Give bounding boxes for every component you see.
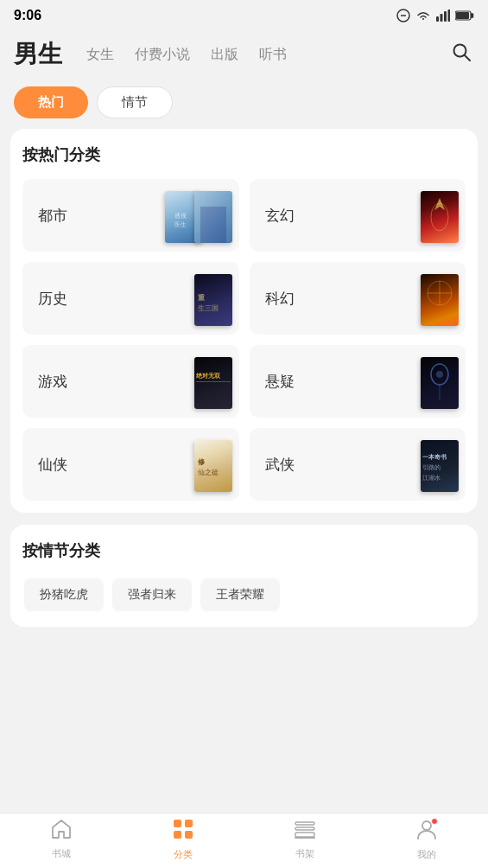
bottom-nav-mine[interactable]: 我的 — [366, 813, 488, 866]
bookshelf-icon — [294, 819, 316, 845]
bottom-nav-categories[interactable]: 分类 — [122, 813, 244, 866]
bottom-nav-bookshelf[interactable]: 书架 — [244, 814, 366, 865]
mine-icon — [415, 818, 438, 846]
category-label-xuanhuan: 玄幻 — [265, 206, 295, 226]
svg-text:江湖水: 江湖水 — [422, 475, 440, 481]
svg-text:生三国: 生三国 — [198, 304, 219, 312]
filter-tab-emotion[interactable]: 情节 — [97, 86, 173, 118]
home-label: 书城 — [52, 847, 71, 860]
emotion-tags: 扮猪吃虎 强者归来 王者荣耀 — [22, 575, 466, 615]
youxi-covers: 绝对无双 — [194, 347, 239, 416]
filter-tabs: 热门 情节 — [0, 80, 488, 129]
kehuan-covers — [421, 264, 466, 333]
category-grid: 都市 透视医生 玄幻 — [22, 179, 466, 501]
svg-rect-2 — [436, 16, 439, 22]
hot-categories-title: 按热门分类 — [22, 144, 466, 165]
main-content: 按热门分类 都市 透视医生 玄幻 — [0, 129, 488, 703]
svg-text:医生: 医生 — [174, 221, 187, 227]
category-xuyi[interactable]: 悬疑 — [250, 345, 466, 418]
nav-item-audio[interactable]: 听书 — [249, 46, 297, 64]
svg-rect-7 — [456, 12, 469, 19]
emotion-categories-section: 按情节分类 扮猪吃虎 强者归来 王者荣耀 — [10, 525, 478, 627]
svg-rect-31 — [185, 820, 193, 827]
hot-categories-section: 按热门分类 都市 透视医生 玄幻 — [10, 129, 478, 513]
battery-icon — [455, 10, 474, 21]
signal-icon — [436, 10, 450, 22]
categories-icon — [172, 818, 194, 846]
svg-text:重: 重 — [198, 293, 205, 302]
category-xianxia[interactable]: 仙侠 修 仙之徒 — [22, 428, 239, 501]
categories-label: 分类 — [174, 848, 193, 861]
svg-rect-30 — [174, 820, 181, 827]
svg-point-24 — [436, 371, 443, 378]
xuyi-covers — [421, 347, 466, 416]
nav-item-publish[interactable]: 出版 — [200, 46, 249, 64]
status-icons — [396, 9, 474, 22]
category-label-xuyi: 悬疑 — [265, 372, 295, 392]
mine-label: 我的 — [417, 848, 436, 861]
nav-item-female[interactable]: 女生 — [76, 46, 124, 64]
dushi-covers: 透视医生 — [165, 181, 239, 250]
category-kehuan[interactable]: 科幻 — [250, 262, 466, 335]
category-dushi[interactable]: 都市 透视医生 — [22, 179, 239, 252]
svg-rect-32 — [174, 831, 181, 839]
category-label-xianxia: 仙侠 — [38, 455, 67, 475]
svg-rect-35 — [295, 827, 314, 830]
nav-item-paid[interactable]: 付费小说 — [124, 46, 200, 64]
emotion-categories-title: 按情节分类 — [22, 540, 466, 561]
emotion-tag-3[interactable]: 王者荣耀 — [200, 578, 280, 611]
lishi-covers: 重 生三国 — [194, 264, 239, 333]
category-label-youxi: 游戏 — [38, 372, 67, 392]
svg-rect-13 — [200, 207, 226, 243]
svg-text:仙之徒: 仙之徒 — [198, 469, 219, 476]
svg-text:引路的: 引路的 — [422, 464, 440, 470]
svg-rect-34 — [295, 822, 314, 825]
svg-rect-36 — [295, 833, 314, 837]
xianxia-covers: 修 仙之徒 — [194, 430, 239, 499]
status-bar: 9:06 — [0, 0, 488, 31]
emotion-tag-1[interactable]: 扮猪吃虎 — [24, 578, 104, 611]
filter-tab-hot[interactable]: 热门 — [14, 86, 88, 118]
bookshelf-label: 书架 — [295, 847, 314, 860]
category-lishi[interactable]: 历史 重 生三国 — [22, 262, 239, 335]
top-nav: 男生 女生 付费小说 出版 听书 — [0, 31, 488, 80]
bottom-nav-home[interactable]: 书城 — [0, 814, 122, 865]
svg-rect-5 — [448, 10, 451, 22]
nav-items: 女生 付费小说 出版 听书 — [76, 46, 448, 64]
wuxia-covers: 一本奇书 引路的 江湖水 — [421, 430, 466, 499]
category-label-dushi: 都市 — [38, 206, 67, 226]
wifi-icon — [415, 10, 431, 22]
svg-point-38 — [422, 821, 431, 830]
svg-rect-4 — [444, 11, 447, 22]
category-label-wuxia: 武侠 — [265, 455, 295, 475]
svg-rect-33 — [185, 831, 193, 839]
category-xuanhuan[interactable]: 玄幻 — [250, 179, 466, 252]
nav-main-title[interactable]: 男生 — [14, 38, 62, 71]
xuanhuan-covers — [421, 181, 466, 250]
category-label-lishi: 历史 — [38, 289, 67, 309]
category-wuxia[interactable]: 武侠 一本奇书 引路的 江湖水 — [250, 428, 466, 501]
dnd-icon — [396, 9, 410, 22]
status-time: 9:06 — [14, 8, 41, 23]
search-button[interactable] — [448, 39, 474, 70]
home-icon — [50, 819, 73, 845]
svg-text:透视: 透视 — [174, 213, 187, 219]
emotion-tag-2[interactable]: 强者归来 — [112, 578, 192, 611]
svg-text:修: 修 — [197, 458, 206, 466]
svg-rect-22 — [196, 381, 231, 382]
svg-point-15 — [431, 203, 448, 231]
category-label-kehuan: 科幻 — [265, 289, 295, 309]
svg-text:绝对无双: 绝对无双 — [195, 372, 221, 379]
svg-text:一本奇书: 一本奇书 — [422, 453, 447, 460]
svg-line-9 — [465, 55, 470, 61]
bottom-nav: 书城 分类 书架 — [0, 813, 488, 868]
svg-rect-3 — [440, 14, 443, 22]
category-youxi[interactable]: 游戏 绝对无双 — [22, 345, 239, 418]
